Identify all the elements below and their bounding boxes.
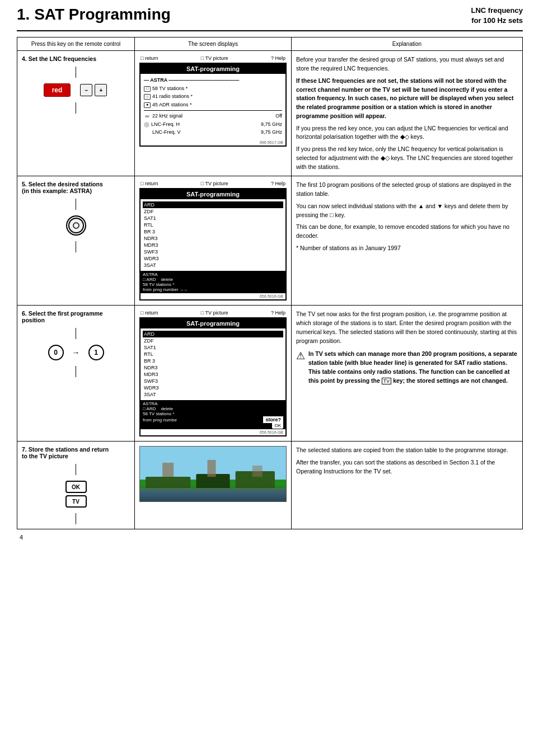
station-wdr3: WDR3 bbox=[143, 255, 283, 262]
help-btn-2[interactable]: ? Help bbox=[271, 181, 285, 186]
key-1: 1 bbox=[88, 345, 104, 360]
station-list: ARD ZDF SAT1 RTL BR 3 NDR3 MDR3 SWF3 WDR… bbox=[140, 199, 285, 271]
help-btn[interactable]: ? Help bbox=[271, 55, 285, 61]
svg-rect-7 bbox=[140, 488, 286, 501]
station-sat1-3: SAT1 bbox=[143, 344, 283, 351]
content-rows: 4. Set the LNC frequencies red − + bbox=[17, 51, 523, 529]
lnc-h-label: LNC-Freq. H bbox=[151, 121, 261, 129]
row-lnc-frequencies: 4. Set the LNC frequencies red − + bbox=[17, 51, 523, 176]
explanation-col-1: Before your transfer the desired group o… bbox=[292, 51, 522, 176]
station-swf3-3: SWF3 bbox=[143, 378, 283, 384]
station-footer-detail-3: 58 TV stations * bbox=[143, 411, 283, 416]
station-mdr3-3: MDR3 bbox=[143, 371, 283, 378]
store-row: from prog numbe store? bbox=[143, 416, 283, 423]
row-select-stations: 5. Select the desired stations(in this e… bbox=[17, 176, 523, 306]
red-button: red bbox=[44, 83, 71, 97]
ok-tv-keys: OK TV bbox=[65, 481, 87, 508]
screen-top-bar-1: □ return □ TV picture ? Help bbox=[139, 55, 287, 61]
section-title-2: 5. Select the desired stations(in this e… bbox=[22, 181, 103, 194]
station-list-3: ARD ZDF SAT1 RTL BR 3 NDR3 MDR3 SWF3 WDR… bbox=[140, 328, 285, 400]
red-key-diagram: red − + bbox=[44, 83, 109, 97]
remote-col-1: 4. Set the LNC frequencies red − + bbox=[17, 51, 135, 176]
svg-rect-5 bbox=[196, 474, 229, 494]
code-3: 656-5016-GB bbox=[140, 429, 285, 435]
menu-return-btn[interactable]: □ return bbox=[140, 55, 158, 61]
remote-col-2: 5. Select the desired stations(in this e… bbox=[17, 176, 135, 305]
section-title-3: 6. Select the first programmeposition bbox=[22, 310, 103, 323]
station-3sat-3: 3SAT bbox=[143, 391, 283, 398]
station-swf3: SWF3 bbox=[143, 248, 283, 255]
radio-icon: ○ bbox=[144, 94, 151, 100]
station-footer-detail: 58 TV stations * bbox=[143, 282, 283, 287]
explanation-1-p1: Before your transfer the desired group o… bbox=[296, 55, 518, 73]
menu-return-btn-2[interactable]: □ return bbox=[140, 181, 158, 186]
station-ard: ARD bbox=[143, 201, 283, 208]
sat-box-title-3: SAT-programming bbox=[140, 318, 285, 328]
radio-stations-label: 41 radio stations * bbox=[152, 93, 282, 101]
remote-col-4: 7. Store the stations and returnto the T… bbox=[17, 442, 135, 529]
explanation-col-3: The TV set now asks for the first progra… bbox=[292, 306, 522, 441]
key-0: 0 bbox=[48, 345, 64, 360]
tv-picture-btn-2[interactable]: □ TV picture bbox=[201, 181, 228, 186]
adr-stations-label: 45 ADR stations * bbox=[152, 101, 282, 109]
from-prog-label: from prog numbe bbox=[143, 417, 177, 422]
code-2: 656-5016-GB bbox=[140, 293, 285, 299]
num-keys: 0 → 1 bbox=[48, 345, 104, 360]
station-rtl-3: RTL bbox=[143, 351, 283, 358]
warning-text: In TV sets which can manage more than 20… bbox=[308, 350, 518, 385]
section-title-4: 7. Store the stations and returnto the T… bbox=[22, 446, 109, 459]
station-ard-3: ARD bbox=[143, 331, 283, 337]
svg-point-1 bbox=[73, 223, 79, 228]
menu-return-btn-3[interactable]: □ return bbox=[140, 310, 158, 316]
station-footer-action-3: □ ARD delete bbox=[143, 406, 283, 411]
row-first-position: 6. Select the first programmeposition 0 … bbox=[17, 306, 523, 442]
right-arrow-key: + bbox=[95, 84, 107, 96]
station-rtl: RTL bbox=[143, 222, 283, 228]
svg-rect-4 bbox=[146, 477, 190, 494]
warning-block: ⚠ In TV sets which can manage more than … bbox=[296, 350, 518, 385]
code-1: 696-5017-GB bbox=[140, 139, 285, 145]
station-mdr3: MDR3 bbox=[143, 242, 283, 248]
explanation-col-4: The selected stations are copied from th… bbox=[292, 442, 522, 529]
screen-col-1: □ return □ TV picture ? Help SAT-program… bbox=[135, 51, 292, 176]
explanation-2-note: * Number of stations as in January 1997 bbox=[296, 244, 518, 253]
station-footer-group-3: ASTRA bbox=[143, 401, 283, 406]
tv-picture-btn[interactable]: □ TV picture bbox=[201, 55, 228, 61]
explanation-2-p3: This can be done, for example, to remove… bbox=[296, 223, 518, 241]
explanation-1-p3: If you press the red key twice, only the… bbox=[296, 145, 518, 171]
sat-box-title-1: SAT-programming bbox=[140, 64, 285, 74]
station-zdf: ZDF bbox=[143, 208, 283, 215]
svg-rect-10 bbox=[252, 466, 263, 477]
section-title-1: 4. Set the LNC frequencies bbox=[22, 55, 96, 62]
column-headers: Press this key on the remote control The… bbox=[17, 37, 523, 51]
left-arrow-key: − bbox=[80, 84, 92, 96]
explanation-col-2: The first 10 program positions of the se… bbox=[292, 176, 522, 305]
station-br3: BR 3 bbox=[143, 228, 283, 235]
explanation-1-p2: If you press the red key once, you can a… bbox=[296, 124, 518, 142]
station-3sat: 3SAT bbox=[143, 262, 283, 269]
sat-box-content-1: — ASTRA —————————————— □ 58 TV stations … bbox=[140, 74, 285, 139]
col-header-explanation: Explanation bbox=[292, 37, 522, 50]
explanation-3-p1: The TV set now asks for the first progra… bbox=[296, 310, 518, 345]
tv-picture-btn-3[interactable]: □ TV picture bbox=[201, 310, 228, 316]
svg-point-0 bbox=[69, 218, 83, 233]
station-wdr3-3: WDR3 bbox=[143, 384, 283, 391]
ok-key: OK bbox=[65, 481, 87, 493]
ok-button[interactable]: OK bbox=[272, 422, 283, 429]
khz-value: Off bbox=[275, 112, 282, 120]
page-subtitle: LNC frequency for 100 Hz sets bbox=[471, 6, 523, 26]
explanation-1-bold: If these LNC frequencies are not set, th… bbox=[296, 77, 518, 121]
tv-picture bbox=[139, 446, 287, 502]
screen-top-bar-3: □ return □ TV picture ? Help bbox=[139, 310, 287, 316]
page-title: 1. SAT Programming bbox=[17, 6, 171, 24]
station-ndr3-3: NDR3 bbox=[143, 364, 283, 371]
lnc-v-label: LNC-Freq. V bbox=[152, 129, 261, 137]
help-btn-3[interactable]: ? Help bbox=[271, 310, 285, 316]
station-footer: ASTRA □ ARD delete 58 TV stations * from… bbox=[140, 271, 285, 293]
explanation-4-p1: The selected stations are copied from th… bbox=[296, 446, 518, 455]
explanation-2-p2: You can now select individual stations w… bbox=[296, 202, 518, 220]
sat-box-2: SAT-programming ARD ZDF SAT1 RTL BR 3 ND… bbox=[139, 188, 287, 300]
arrow-keys: − + bbox=[79, 84, 108, 96]
station-br3-3: BR 3 bbox=[143, 358, 283, 364]
sat-box-title-2: SAT-programming bbox=[140, 189, 285, 199]
